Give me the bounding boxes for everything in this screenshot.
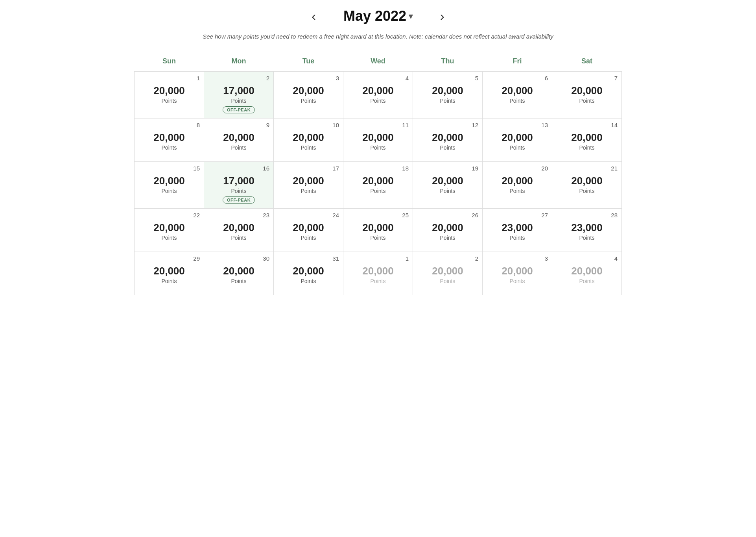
day-number: 31: [278, 255, 339, 262]
day-number: 15: [138, 165, 200, 172]
points-value: 20,000: [347, 265, 409, 277]
calendar-cell[interactable]: 2320,000Points: [204, 208, 274, 252]
calendar-cell[interactable]: 1020,000Points: [274, 118, 343, 161]
calendar-cell[interactable]: 620,000Points: [483, 71, 552, 119]
day-number: 22: [138, 212, 200, 219]
calendar-cell[interactable]: 1420,000Points: [552, 118, 622, 161]
day-number: 10: [278, 122, 339, 128]
weekday-header-thu: Thu: [413, 53, 483, 71]
next-month-button[interactable]: ›: [436, 8, 448, 24]
day-content: 20,000Points: [347, 173, 409, 194]
day-number: 25: [347, 212, 409, 219]
calendar-cell[interactable]: 920,000Points: [204, 118, 274, 161]
points-label: Points: [417, 98, 478, 104]
calendar-cell[interactable]: 2120,000Points: [552, 161, 622, 208]
day-number: 3: [487, 255, 548, 262]
calendar-cell[interactable]: 120,000Points: [343, 252, 413, 295]
calendar-cell[interactable]: 120,000Points: [135, 71, 204, 119]
calendar-cell[interactable]: 2020,000Points: [483, 161, 552, 208]
day-number: 20: [487, 165, 548, 172]
calendar-cell[interactable]: 1220,000Points: [413, 118, 483, 161]
points-value: 20,000: [556, 131, 618, 144]
points-value: 20,000: [417, 131, 478, 144]
day-number: 1: [347, 255, 409, 262]
day-content: 20,000Points: [278, 173, 339, 194]
month-title-text: May 2022: [343, 8, 406, 24]
calendar-cell[interactable]: 2220,000Points: [135, 208, 204, 252]
calendar-cell[interactable]: 2920,000Points: [135, 252, 204, 295]
calendar-cell[interactable]: 420,000Points: [552, 252, 622, 295]
points-label: Points: [208, 98, 269, 104]
calendar-cell[interactable]: 520,000Points: [413, 71, 483, 119]
week-row-0: 120,000Points217,000PointsOFF-PEAK320,00…: [135, 71, 622, 119]
day-content: 20,000Points: [417, 263, 478, 284]
calendar-cell[interactable]: 1720,000Points: [274, 161, 343, 208]
calendar-cell[interactable]: 1520,000Points: [135, 161, 204, 208]
points-value: 17,000: [208, 175, 269, 187]
calendar-cell[interactable]: 1120,000Points: [343, 118, 413, 161]
day-content: 20,000Points: [417, 83, 478, 104]
points-value: 20,000: [347, 175, 409, 187]
calendar-cell[interactable]: 2620,000Points: [413, 208, 483, 252]
day-content: 20,000Points: [208, 130, 269, 151]
calendar-cell[interactable]: 2520,000Points: [343, 208, 413, 252]
points-value: 20,000: [138, 175, 200, 187]
calendar-cell[interactable]: 1920,000Points: [413, 161, 483, 208]
points-label: Points: [278, 278, 339, 284]
day-content: 20,000Points: [556, 263, 618, 284]
calendar-header: ‹ May 2022 ▾ ›: [134, 8, 622, 24]
calendar-table: SunMonTueWedThuFriSat 120,000Points217,0…: [134, 53, 622, 295]
calendar-cell[interactable]: 1320,000Points: [483, 118, 552, 161]
calendar-cell[interactable]: 820,000Points: [135, 118, 204, 161]
day-content: 20,000Points: [208, 263, 269, 284]
day-content: 20,000Points: [138, 220, 200, 241]
day-content: 20,000Points: [138, 130, 200, 151]
day-number: 14: [556, 122, 618, 128]
points-label: Points: [556, 278, 618, 284]
calendar-cell[interactable]: 720,000Points: [552, 71, 622, 119]
calendar-subtitle: See how many points you'd need to redeem…: [134, 32, 622, 41]
day-content: 20,000Points: [556, 83, 618, 104]
points-label: Points: [556, 235, 618, 241]
calendar-cell[interactable]: 320,000Points: [483, 252, 552, 295]
points-label: Points: [138, 188, 200, 194]
calendar-cell[interactable]: 1820,000Points: [343, 161, 413, 208]
points-label: Points: [347, 235, 409, 241]
calendar-weekdays: SunMonTueWedThuFriSat: [135, 53, 622, 71]
off-peak-badge: OFF-PEAK: [223, 106, 255, 113]
day-content: 17,000PointsOFF-PEAK: [208, 173, 269, 204]
calendar-cell[interactable]: 3120,000Points: [274, 252, 343, 295]
points-label: Points: [208, 144, 269, 151]
points-label: Points: [347, 144, 409, 151]
points-label: Points: [278, 98, 339, 104]
calendar-cell[interactable]: 2723,000Points: [483, 208, 552, 252]
day-number: 1: [138, 75, 200, 81]
day-content: 20,000Points: [556, 173, 618, 194]
points-label: Points: [417, 188, 478, 194]
day-number: 29: [138, 255, 200, 262]
calendar-cell[interactable]: 2823,000Points: [552, 208, 622, 252]
calendar-cell[interactable]: 2420,000Points: [274, 208, 343, 252]
calendar-cell[interactable]: 220,000Points: [413, 252, 483, 295]
calendar-cell[interactable]: 3020,000Points: [204, 252, 274, 295]
calendar-cell[interactable]: 217,000PointsOFF-PEAK: [204, 71, 274, 119]
day-content: 20,000Points: [487, 173, 548, 194]
calendar-cell[interactable]: 420,000Points: [343, 71, 413, 119]
points-value: 20,000: [417, 265, 478, 277]
points-value: 20,000: [347, 222, 409, 234]
day-number: 5: [417, 75, 478, 81]
points-value: 20,000: [347, 131, 409, 144]
points-value: 20,000: [138, 85, 200, 97]
points-value: 20,000: [417, 175, 478, 187]
points-value: 20,000: [138, 131, 200, 144]
calendar-cell[interactable]: 320,000Points: [274, 71, 343, 119]
weekday-header-mon: Mon: [204, 53, 274, 71]
day-content: 20,000Points: [347, 220, 409, 241]
month-title[interactable]: May 2022 ▾: [343, 8, 413, 24]
points-label: Points: [347, 98, 409, 104]
prev-month-button[interactable]: ‹: [308, 8, 320, 24]
calendar-cell[interactable]: 1617,000PointsOFF-PEAK: [204, 161, 274, 208]
day-content: 20,000Points: [487, 263, 548, 284]
points-value: 20,000: [487, 85, 548, 97]
points-label: Points: [138, 144, 200, 151]
